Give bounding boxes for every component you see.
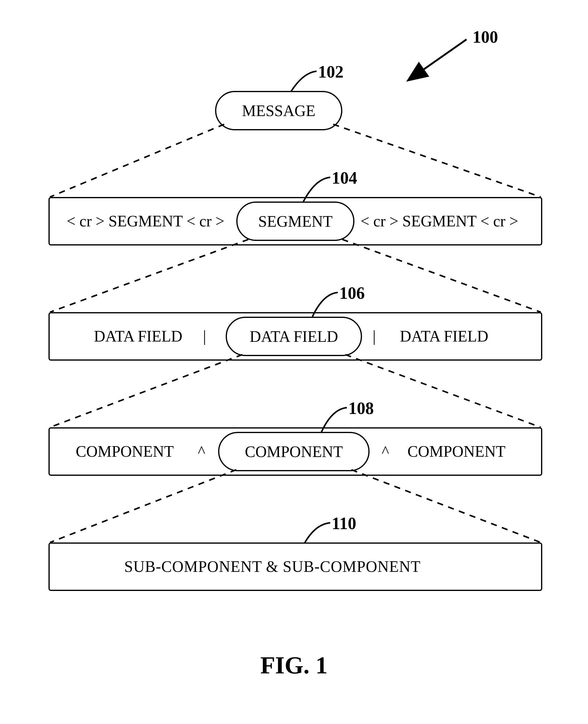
dash-msg-right	[333, 124, 541, 197]
component-sep-right: ^	[382, 442, 389, 460]
ref-108: 108	[349, 398, 374, 418]
segment-left-text: < cr > SEGMENT < cr >	[67, 212, 225, 230]
datafield-pill: DATA FIELD	[226, 317, 362, 356]
datafield-sep-right: |	[373, 327, 376, 345]
segment-pill-label: SEGMENT	[258, 212, 333, 230]
ref-110: 110	[332, 514, 356, 533]
leader-110	[304, 523, 330, 543]
ref-106: 106	[339, 283, 365, 303]
segment-right-text: < cr > SEGMENT < cr >	[360, 212, 518, 230]
arrow-100	[421, 39, 466, 71]
message-pill: MESSAGE	[215, 91, 342, 130]
datafield-pill-label: DATA FIELD	[250, 328, 338, 346]
dash-msg-left	[50, 124, 224, 197]
dash-seg-right	[342, 240, 541, 312]
component-pill-label: COMPONENT	[245, 443, 343, 461]
dash-seg-left	[50, 240, 248, 312]
figure-caption: FIG. 1	[0, 651, 588, 679]
datafield-left-text: DATA FIELD	[94, 327, 182, 345]
segment-pill: SEGMENT	[236, 202, 354, 241]
ref-100: 100	[472, 27, 498, 47]
component-pill: COMPONENT	[218, 432, 370, 471]
dash-cmp-left	[50, 470, 236, 542]
leader-102	[291, 71, 317, 92]
subcomponent-text: SUB-COMPONENT & SUB-COMPONENT	[124, 558, 421, 576]
dash-cmp-right	[351, 470, 541, 542]
message-label: MESSAGE	[242, 102, 316, 120]
ref-104: 104	[332, 168, 357, 188]
datafield-right-text: DATA FIELD	[400, 327, 488, 345]
dash-df-left	[50, 355, 243, 427]
component-left-text: COMPONENT	[76, 442, 174, 460]
figure-canvas: 100 MESSAGE 102 < cr > SEGMENT < cr > < …	[0, 0, 588, 724]
component-right-text: COMPONENT	[407, 442, 506, 460]
datafield-sep-left: |	[203, 327, 206, 345]
component-sep-left: ^	[198, 442, 205, 460]
ref-102: 102	[318, 62, 343, 82]
dash-df-right	[345, 355, 541, 427]
